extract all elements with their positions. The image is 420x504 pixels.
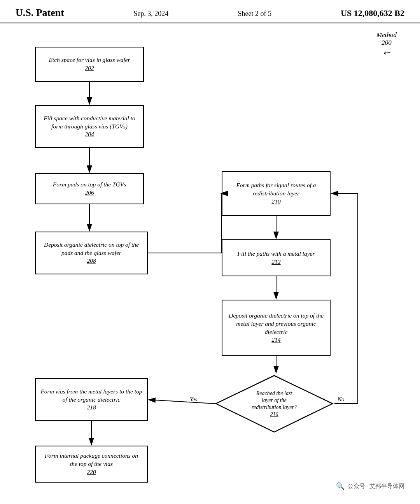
box-202: Etch space for vias in glass wafer 202 — [35, 47, 144, 82]
box-212: Fill the paths with a metal layer 212 — [222, 239, 331, 276]
box-220: Form internal package connections on the… — [35, 446, 148, 483]
diamond-216: Reached the last layer of the redistribu… — [214, 374, 334, 434]
header-date: Sep. 3, 2024 — [133, 10, 168, 18]
method-arrow-icon: ↙ — [382, 46, 392, 58]
box-206: Form pads on top of the TGVs 206 — [35, 173, 144, 204]
svg-line-11 — [149, 400, 215, 404]
method-label: Method 200 ↙ — [376, 31, 397, 57]
box-204: Fill space with conductive material to f… — [35, 105, 144, 148]
watermark: 🔍 公众号 · 艾邦半导体网 — [336, 482, 404, 490]
no-label: No — [338, 396, 345, 403]
box-218: Form vias from the metal layers to the t… — [35, 378, 148, 421]
box-210: Form paths for signal routes of a redist… — [222, 171, 331, 216]
box-214: Deposit organic dielectric on top of the… — [222, 300, 331, 356]
header-sheet: Sheet 2 of 5 — [238, 10, 271, 18]
patent-label: U.S. Patent — [16, 7, 64, 19]
yes-label: Yes — [190, 396, 197, 403]
header-number: US 12,080,632 B2 — [341, 8, 404, 18]
flowchart-area: Method 200 ↙ Etch space for vias in glas… — [0, 23, 420, 498]
box-208: Deposit organic dielectric on top of the… — [35, 232, 148, 274]
header: U.S. Patent Sep. 3, 2024 Sheet 2 of 5 US… — [0, 0, 420, 23]
watermark-icon: 🔍 — [336, 482, 345, 490]
